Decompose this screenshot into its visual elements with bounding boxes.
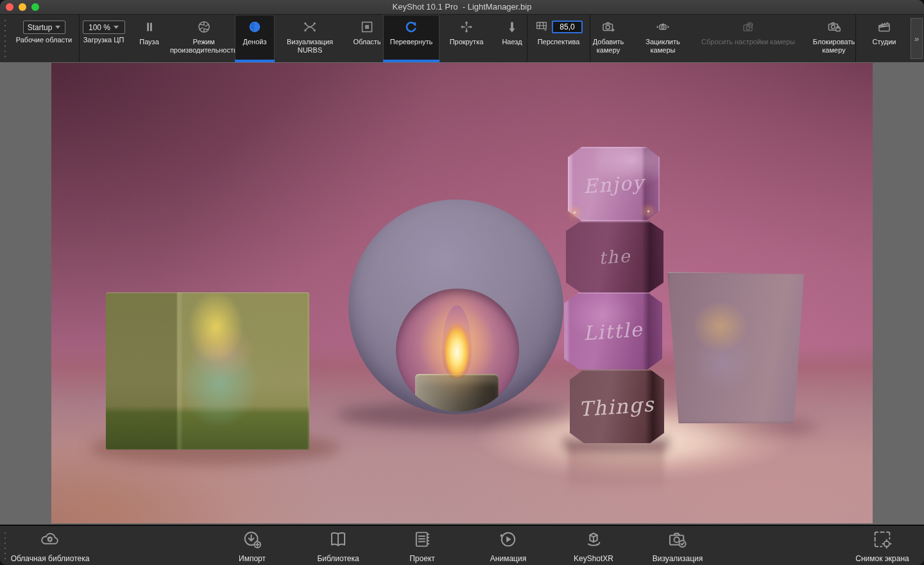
studios-clapper-icon — [877, 18, 892, 36]
workspace-dropdown[interactable]: Startup — [23, 21, 65, 34]
pan-label: Прокрутка — [450, 38, 484, 46]
render-button[interactable]: Визуализация — [623, 528, 732, 563]
cycle-cameras-button[interactable]: Зациклить камеры — [634, 15, 692, 62]
animation-label: Анимация — [490, 554, 526, 563]
region-icon — [359, 18, 375, 36]
dolly-label: Наезд — [502, 38, 522, 46]
camera-move-group: Перевернуть Прокрутка Наезд — [387, 15, 527, 62]
flip-label: Перевернуть — [390, 38, 433, 46]
workspace-dropdown-button[interactable]: Startup Рабочие области — [8, 15, 80, 62]
perspective-label: Перспектива — [538, 38, 580, 46]
studios-label: Студии — [873, 38, 896, 46]
cube-text-the: the — [598, 246, 631, 267]
performance-group: 100 % Загрузка ЦП Пауза Режим производит… — [80, 15, 237, 62]
screenshot-label: Снимок экрана — [855, 554, 909, 563]
import-label: Импорт — [239, 554, 266, 563]
cpu-usage-label: Загрузка ЦП — [83, 36, 124, 44]
cube-text-little: Little — [583, 317, 644, 344]
pause-icon — [142, 18, 157, 36]
pause-label: Пауза — [139, 38, 159, 46]
perspective-grid-icon — [535, 19, 549, 35]
toolbar-overflow-button[interactable]: » — [911, 18, 923, 59]
add-camera-icon — [601, 18, 616, 36]
add-camera-label: Добавить камеру — [585, 38, 632, 55]
cpu-usage-dropdown[interactable]: 100 % — [83, 21, 125, 34]
pan-arrows-icon — [459, 18, 474, 36]
dropdown-caret-icon — [114, 26, 119, 29]
main-toolbar: Startup Рабочие области 100 % Загрузка Ц… — [0, 15, 924, 63]
crystal-cube-little: Little — [564, 292, 662, 369]
nurbs-label: Визуализация NURBS — [277, 38, 343, 55]
studios-button[interactable]: Студии — [855, 15, 913, 62]
keyshotxr-cube-icon — [583, 528, 604, 553]
workspace-dropdown-value: Startup — [28, 23, 53, 32]
import-icon — [241, 528, 263, 553]
workspace-label: Рабочие области — [16, 36, 72, 44]
lock-camera-label: Блокировать камеру — [807, 38, 861, 55]
add-camera-button[interactable]: Добавить камеру — [583, 15, 634, 62]
crystal-cube-the: the — [566, 221, 663, 292]
region-label: Область — [353, 38, 381, 46]
region-button[interactable]: Область — [345, 15, 389, 62]
keyshot-window: KeyShot 10.1 Pro - LightManager.bip Star… — [0, 0, 924, 565]
perspective-control: Перспектива — [527, 15, 591, 62]
cube-text-enjoy: Enjoy — [583, 171, 646, 198]
animation-icon — [497, 528, 519, 553]
cpu-usage-dropdown-button[interactable]: 100 % Загрузка ЦП — [75, 15, 133, 62]
render-camera-icon — [667, 528, 689, 553]
viewport-pasteboard: Enjoy the Little Things — [0, 62, 924, 525]
performance-mode-label: Режим производительности — [168, 38, 240, 55]
ribbon-toolbar: Облачная библиотека Импорт Библиотека Пр… — [0, 525, 924, 565]
denoise-label: Денойз — [243, 38, 267, 46]
cycle-cameras-icon — [655, 18, 671, 36]
crystal-cube-things: Things — [570, 369, 664, 443]
flip-icon — [404, 18, 419, 36]
project-icon — [411, 528, 433, 553]
cube-edge-sparkle — [572, 210, 577, 215]
cube-edge-sparkle — [646, 209, 651, 214]
reset-camera-icon — [740, 18, 756, 36]
dropdown-caret-icon — [55, 26, 60, 29]
cycle-cameras-label: Зациклить камеры — [636, 38, 690, 55]
library-label: Библиотека — [317, 554, 359, 563]
cube-text-things: Things — [578, 392, 656, 420]
cloud-library-button[interactable]: Облачная библиотека — [0, 528, 105, 563]
pause-button[interactable]: Пауза — [133, 15, 166, 62]
candle-holder-opening — [396, 289, 519, 412]
pan-button[interactable]: Прокрутка — [440, 15, 493, 62]
reset-camera-button[interactable]: Сбросить настройки камеры — [692, 15, 805, 62]
render-label: Визуализация — [653, 554, 703, 563]
titlebar: KeyShot 10.1 Pro - LightManager.bip — [0, 0, 924, 15]
lock-camera-icon — [826, 18, 842, 36]
nurbs-icon — [302, 18, 318, 36]
green-glass-candle-cube — [106, 292, 309, 450]
studios-group: Студии — [856, 15, 912, 62]
denoise-icon — [247, 18, 262, 36]
performance-mode-button[interactable]: Режим производительности — [166, 15, 242, 62]
screenshot-button[interactable]: Снимок экрана — [828, 528, 924, 563]
render-options-group: Денойз Визуализация NURBS Область — [237, 15, 387, 62]
nurbs-button[interactable]: Визуализация NURBS — [275, 15, 345, 62]
workspace-group: Startup Рабочие области — [9, 15, 80, 62]
camera-group: Добавить камеру Зациклить камеры Сбросит… — [590, 15, 856, 62]
realtime-render-view[interactable]: Enjoy the Little Things — [51, 63, 873, 523]
denoise-button[interactable]: Денойз — [235, 15, 275, 62]
lock-camera-button[interactable]: Блокировать камеру — [805, 15, 863, 62]
keyshotxr-label: KeyShotXR — [574, 554, 613, 563]
window-title: KeyShot 10.1 Pro - LightManager.bip — [0, 0, 924, 14]
cpu-usage-value: 100 % — [89, 23, 110, 32]
cloud-library-label: Облачная библиотека — [11, 554, 90, 563]
perspective-group: Перспектива — [527, 15, 590, 62]
project-label: Проект — [409, 554, 435, 563]
frosted-cup — [666, 272, 805, 423]
library-book-icon — [327, 528, 349, 553]
cloud-library-icon — [39, 528, 61, 553]
perspective-value-input[interactable] — [552, 21, 583, 33]
reset-camera-label: Сбросить настройки камеры — [701, 38, 795, 46]
dolly-button[interactable]: Наезд — [493, 15, 531, 62]
dolly-arrow-icon — [504, 18, 520, 36]
flip-button[interactable]: Перевернуть — [383, 15, 440, 62]
screenshot-icon — [871, 528, 893, 553]
performance-mode-icon — [196, 18, 212, 36]
